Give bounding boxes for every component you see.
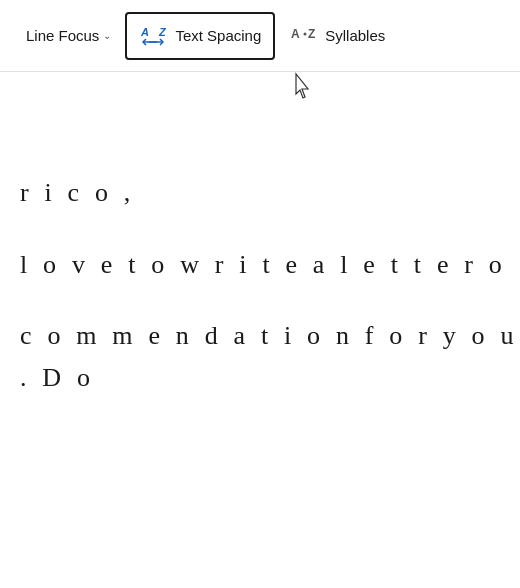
chevron-down-icon: ⌄ bbox=[103, 30, 111, 41]
svg-text:A: A bbox=[140, 26, 149, 38]
syllables-label: Syllables bbox=[325, 27, 385, 44]
toolbar: Line Focus ⌄ A Z Text Spacing A bbox=[0, 0, 520, 72]
svg-text:Z: Z bbox=[158, 26, 167, 38]
text-line-3: c o m m e n d a t i o n f o r y o u . D … bbox=[20, 315, 520, 398]
text-line-2: l o v e t o w r i t e a l e t t e r o bbox=[20, 244, 520, 286]
content-area: r i c o , l o v e t o w r i t e a l e t … bbox=[0, 72, 520, 588]
svg-text:A: A bbox=[291, 27, 300, 41]
svg-text:Z: Z bbox=[308, 27, 315, 41]
syllables-icon: A Z bbox=[291, 23, 319, 48]
syllables-button[interactable]: A Z Syllables bbox=[279, 12, 397, 60]
svg-point-5 bbox=[304, 33, 307, 36]
text-spacing-icon: A Z bbox=[139, 22, 169, 49]
text-spacing-button[interactable]: A Z Text Spacing bbox=[125, 12, 275, 60]
text-spacing-label: Text Spacing bbox=[175, 27, 261, 44]
text-line-1: r i c o , bbox=[20, 172, 520, 214]
line-focus-label: Line Focus bbox=[26, 27, 99, 44]
line-focus-button[interactable]: Line Focus ⌄ bbox=[16, 12, 121, 60]
